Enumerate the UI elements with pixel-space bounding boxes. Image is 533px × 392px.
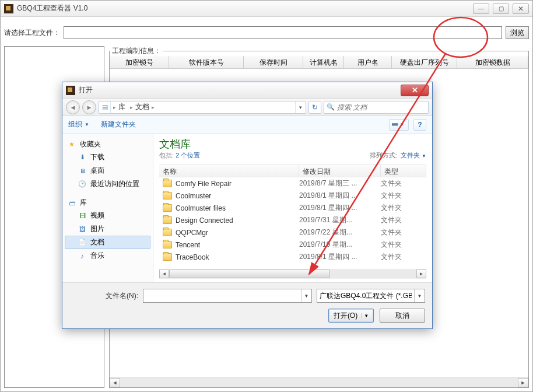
- document-icon: 📄: [78, 239, 87, 247]
- dialog-title: 打开: [79, 85, 401, 95]
- nav-desktop[interactable]: 🖥桌面: [65, 164, 150, 177]
- col-user[interactable]: 用户名: [344, 56, 392, 68]
- file-type: 文件夹: [381, 215, 426, 225]
- list-view-icon: [392, 123, 398, 126]
- file-row[interactable]: TraceBook2019/8/1 星期四 ...文件夹: [159, 251, 426, 263]
- file-date: 2019/7/31 星期...: [299, 215, 381, 225]
- maximize-button[interactable]: ▢: [493, 4, 509, 14]
- filename-combo[interactable]: ▼: [143, 289, 312, 303]
- hscroll-left-icon[interactable]: ◄: [159, 270, 169, 278]
- organize-button[interactable]: 组织▼: [68, 120, 89, 130]
- file-row[interactable]: Design Connected2019/7/31 星期...文件夹: [159, 214, 426, 226]
- desktop-icon: 🖥: [78, 167, 87, 175]
- app-icon: [4, 4, 13, 13]
- col-save-time[interactable]: 保存时间: [244, 56, 303, 68]
- folder-icon: [163, 241, 172, 249]
- file-pick-label: 请选择工程文件：: [4, 28, 60, 38]
- sort-dropdown[interactable]: 文件夹 ▼: [401, 152, 426, 159]
- filename-dropdown-icon[interactable]: ▼: [301, 289, 311, 302]
- folder-icon: [163, 229, 172, 236]
- col-name[interactable]: 名称: [159, 165, 299, 177]
- file-row[interactable]: Comfy File Repair2019/8/7 星期三 ...文件夹: [159, 177, 426, 190]
- file-path-input[interactable]: [64, 26, 502, 39]
- scroll-track[interactable]: [120, 378, 518, 387]
- file-row[interactable]: QQPCMgr2019/7/22 星期...文件夹: [159, 226, 426, 239]
- breadcrumb-current[interactable]: ▸文档 ▸: [128, 102, 157, 112]
- picture-icon: 🖼: [78, 225, 87, 233]
- file-type: 文件夹: [381, 252, 426, 262]
- col-sw-version[interactable]: 软件版本号: [169, 56, 244, 68]
- col-computer[interactable]: 计算机名: [303, 56, 344, 68]
- file-date: 2019/8/1 星期四 ...: [299, 252, 381, 262]
- view-mode-button[interactable]: ▼: [389, 119, 409, 131]
- search-input[interactable]: [337, 103, 426, 111]
- nav-forward-button[interactable]: ►: [82, 100, 96, 114]
- dialog-titlebar[interactable]: 打开 ✕: [62, 82, 432, 99]
- browse-button[interactable]: 浏览: [506, 26, 529, 39]
- filetype-combo[interactable]: ▼: [317, 289, 425, 303]
- folder-icon: [163, 253, 172, 261]
- breadcrumb-dropdown-icon[interactable]: ▾: [295, 102, 306, 113]
- filename-label: 文件名(N):: [69, 291, 138, 301]
- hscroll-right-icon[interactable]: ►: [416, 270, 426, 278]
- nav-favorites[interactable]: ★收藏夹: [65, 138, 150, 150]
- nav-back-button[interactable]: ◄: [66, 100, 80, 114]
- nav-tree[interactable]: ★收藏夹 ⬇下载 🖥桌面 🕑最近访问的位置 🗃库 🎞视频 🖼图片 📄文档 ♪音乐: [62, 134, 153, 282]
- new-folder-button[interactable]: 新建文件夹: [101, 120, 136, 130]
- locations-link[interactable]: 2 个位置: [176, 152, 200, 159]
- breadcrumb[interactable]: ▤ ▸库 ▸文档 ▸ ▾: [99, 101, 306, 114]
- nav-recent[interactable]: 🕑最近访问的位置: [65, 177, 150, 191]
- file-type: 文件夹: [381, 228, 426, 237]
- file-name: Coolmuster: [176, 192, 211, 200]
- col-lock-sn[interactable]: 加密锁号: [110, 56, 169, 68]
- col-date[interactable]: 修改日期: [299, 165, 381, 177]
- col-lock-data[interactable]: 加密锁数据: [457, 56, 528, 68]
- help-button[interactable]: ?: [413, 119, 426, 131]
- sort-row: 排列方式: 文件夹 ▼: [370, 151, 426, 160]
- nav-pictures[interactable]: 🖼图片: [65, 222, 150, 236]
- file-pick-row: 请选择工程文件： 浏览: [4, 25, 529, 40]
- file-row[interactable]: Coolmuster files2019/8/1 星期四 ...文件夹: [159, 202, 426, 214]
- breadcrumb-root[interactable]: ▸库: [111, 102, 128, 112]
- dialog-close-button[interactable]: ✕: [401, 85, 429, 96]
- file-name: QQPCMgr: [176, 229, 208, 237]
- nav-videos[interactable]: 🎞视频: [65, 209, 150, 222]
- scroll-right-icon[interactable]: ►: [518, 378, 528, 387]
- recent-icon: 🕑: [78, 180, 87, 188]
- app-titlebar[interactable]: GBQ4工程查看器 V1.0 — ▢ ✕: [1, 1, 532, 17]
- cancel-button[interactable]: 取消: [380, 309, 425, 323]
- filetype-dropdown-icon[interactable]: ▼: [414, 289, 425, 302]
- file-type: 文件夹: [381, 191, 426, 201]
- file-date: 2019/8/1 星期四 ...: [299, 191, 381, 201]
- refresh-button[interactable]: ↻: [308, 101, 321, 114]
- nav-downloads[interactable]: ⬇下载: [65, 150, 150, 164]
- nav-libraries[interactable]: 🗃库: [65, 197, 150, 209]
- folder-icon: [163, 204, 172, 212]
- file-row[interactable]: Tencent2019/7/19 星期...文件夹: [159, 239, 426, 251]
- col-hdd-sn[interactable]: 硬盘出厂序列号: [392, 56, 457, 68]
- open-button[interactable]: 打开(O)▼: [328, 309, 374, 323]
- minimize-button[interactable]: —: [473, 4, 489, 14]
- file-hscrollbar[interactable]: ◄ ►: [159, 269, 426, 279]
- file-row[interactable]: Coolmuster2019/8/1 星期四 ...文件夹: [159, 190, 426, 202]
- hscroll-track[interactable]: [169, 270, 416, 278]
- hscroll-thumb[interactable]: [169, 270, 330, 278]
- file-list[interactable]: Comfy File Repair2019/8/7 星期三 ...文件夹Cool…: [159, 177, 426, 269]
- search-box[interactable]: 🔍: [324, 101, 429, 114]
- app-title: GBQ4工程查看器 V1.0: [17, 4, 473, 13]
- close-button[interactable]: ✕: [513, 4, 529, 14]
- view-dropdown-icon[interactable]: ▼: [398, 120, 406, 130]
- file-name: Tencent: [176, 241, 200, 249]
- dialog-toolbar: 组织▼ 新建文件夹 ▼ ?: [62, 116, 432, 134]
- filename-input[interactable]: [143, 292, 301, 300]
- nav-documents[interactable]: 📄文档: [65, 236, 150, 249]
- scroll-left-icon[interactable]: ◄: [110, 378, 120, 387]
- breadcrumb-icon[interactable]: ▤: [99, 102, 111, 113]
- file-name: TraceBook: [176, 253, 209, 261]
- filetype-value[interactable]: [317, 292, 414, 300]
- nav-music[interactable]: ♪音乐: [65, 249, 150, 262]
- star-icon: ★: [67, 141, 76, 149]
- info-scrollbar[interactable]: ◄ ►: [110, 377, 528, 387]
- file-type: 文件夹: [381, 240, 426, 250]
- col-type[interactable]: 类型: [381, 165, 426, 177]
